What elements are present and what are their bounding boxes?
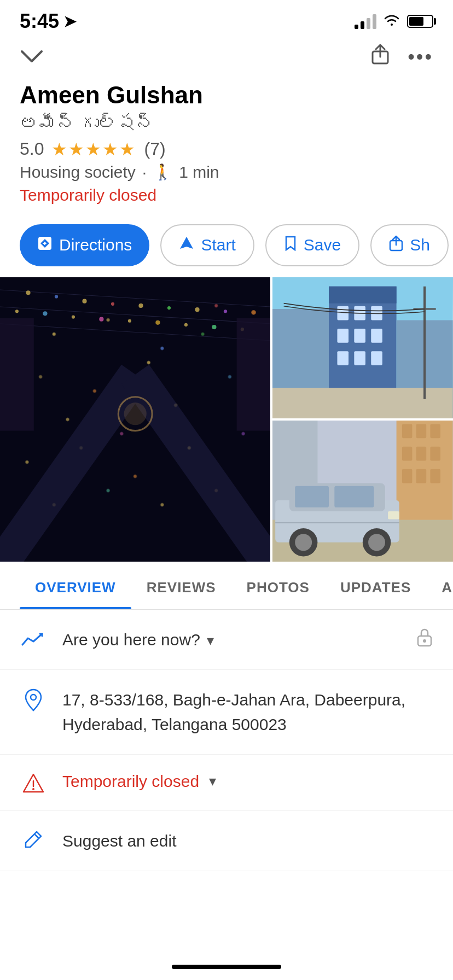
rating-row: 5.0 ★★★★★ (7) bbox=[20, 139, 433, 160]
photo-bottom-right[interactable] bbox=[272, 421, 453, 562]
svg-line-6 bbox=[0, 307, 270, 324]
review-count[interactable]: (7) bbox=[144, 139, 165, 159]
temp-closed-row[interactable]: Temporarily closed ▾ bbox=[0, 755, 453, 811]
svg-point-22 bbox=[155, 320, 160, 325]
svg-point-24 bbox=[212, 325, 216, 329]
star-rating: ★★★★★ bbox=[51, 139, 136, 160]
svg-point-16 bbox=[251, 310, 255, 314]
svg-rect-58 bbox=[431, 469, 441, 483]
photo-right-column[interactable] bbox=[272, 277, 453, 562]
temporarily-closed-badge: Temporarily closed bbox=[20, 186, 433, 205]
photo-main[interactable] bbox=[0, 277, 270, 562]
svg-point-11 bbox=[111, 302, 114, 306]
share-action-label: Sh bbox=[410, 236, 430, 254]
svg-rect-53 bbox=[402, 446, 413, 460]
share-button[interactable] bbox=[370, 44, 390, 70]
status-bar: 5:45 ➤ bbox=[0, 0, 453, 38]
svg-line-75 bbox=[34, 834, 39, 838]
svg-rect-63 bbox=[335, 486, 374, 508]
svg-rect-52 bbox=[431, 424, 441, 438]
save-button[interactable]: Save bbox=[265, 224, 359, 266]
share-action-icon bbox=[389, 235, 403, 255]
svg-rect-37 bbox=[355, 329, 366, 343]
svg-rect-57 bbox=[416, 469, 427, 483]
directions-label: Directions bbox=[59, 236, 132, 254]
tabs-row: OVERVIEW REVIEWS PHOTOS UPDATES AB bbox=[0, 566, 453, 610]
battery-icon bbox=[407, 15, 433, 28]
svg-point-21 bbox=[128, 319, 131, 322]
action-buttons-row: Directions Start Save Sh bbox=[0, 215, 453, 277]
trending-icon bbox=[20, 632, 47, 648]
svg-point-10 bbox=[82, 299, 86, 303]
svg-rect-56 bbox=[402, 469, 413, 483]
svg-point-13 bbox=[167, 306, 171, 310]
svg-rect-55 bbox=[431, 446, 441, 460]
temp-closed-chevron: ▾ bbox=[209, 773, 216, 790]
svg-point-15 bbox=[224, 310, 227, 313]
location-arrow-icon: ➤ bbox=[63, 13, 76, 31]
directions-icon bbox=[37, 236, 53, 255]
are-you-here-row[interactable]: Are you here now? ▾ bbox=[0, 610, 453, 670]
home-indicator bbox=[0, 954, 453, 980]
photos-grid[interactable] bbox=[0, 277, 453, 562]
rating-number: 5.0 bbox=[20, 139, 44, 159]
top-nav: ••• bbox=[0, 38, 453, 81]
address-row[interactable]: 17, 8-533/168, Bagh-e-Jahan Ara, Dabeerp… bbox=[0, 670, 453, 755]
tab-about[interactable]: AB bbox=[426, 566, 453, 609]
place-name-local: అమీన్ గుల్షన్ bbox=[20, 112, 433, 133]
category-label: Housing society bbox=[20, 163, 136, 182]
bookmark-icon bbox=[284, 236, 297, 255]
walk-time: 1 min bbox=[179, 163, 219, 182]
start-button[interactable]: Start bbox=[160, 224, 254, 266]
home-bar bbox=[172, 965, 281, 969]
directions-button[interactable]: Directions bbox=[20, 224, 149, 266]
address-text: 17, 8-533/168, Bagh-e-Jahan Ara, Dabeerp… bbox=[62, 691, 405, 733]
temp-closed-text: Temporarily closed ▾ bbox=[62, 772, 433, 791]
svg-point-72 bbox=[31, 695, 36, 700]
collapse-button[interactable] bbox=[20, 45, 44, 69]
svg-rect-62 bbox=[295, 486, 329, 508]
start-label: Start bbox=[201, 236, 235, 254]
svg-point-20 bbox=[99, 317, 103, 321]
photo-top-right[interactable] bbox=[272, 277, 453, 418]
svg-rect-39 bbox=[338, 351, 349, 365]
svg-point-12 bbox=[138, 304, 143, 308]
svg-rect-50 bbox=[402, 424, 413, 438]
status-icons bbox=[355, 13, 433, 30]
tab-reviews[interactable]: REVIEWS bbox=[131, 566, 231, 609]
location-pin-icon bbox=[20, 689, 47, 711]
svg-point-67 bbox=[369, 534, 386, 551]
svg-point-8 bbox=[26, 290, 30, 295]
are-you-here-chevron: ▾ bbox=[207, 632, 214, 649]
svg-point-14 bbox=[195, 307, 199, 312]
place-name: Ameen Gulshan bbox=[20, 81, 433, 110]
svg-point-9 bbox=[55, 295, 58, 298]
walk-icon: 🚶 bbox=[153, 163, 172, 181]
tab-photos[interactable]: PHOTOS bbox=[231, 566, 325, 609]
place-meta: Housing society · 🚶 1 min bbox=[20, 163, 433, 182]
lock-icon bbox=[416, 627, 433, 651]
svg-point-71 bbox=[423, 639, 426, 643]
suggest-edit-text: Suggest an edit bbox=[62, 832, 177, 850]
more-options-button[interactable]: ••• bbox=[408, 45, 433, 68]
svg-rect-51 bbox=[416, 424, 427, 438]
share-action-button[interactable]: Sh bbox=[370, 224, 449, 266]
svg-point-18 bbox=[43, 311, 47, 316]
start-icon bbox=[179, 236, 194, 255]
signal-icon bbox=[355, 14, 376, 29]
svg-point-19 bbox=[72, 315, 75, 318]
wifi-icon bbox=[384, 13, 399, 30]
warning-icon bbox=[20, 773, 47, 793]
info-section: Are you here now? ▾ 17, 8-533/168, Bagh-… bbox=[0, 610, 453, 871]
svg-rect-35 bbox=[371, 306, 383, 320]
save-label: Save bbox=[304, 236, 341, 254]
svg-line-5 bbox=[0, 290, 270, 307]
svg-rect-26 bbox=[0, 318, 34, 430]
tab-overview[interactable]: OVERVIEW bbox=[20, 566, 131, 609]
edit-icon bbox=[20, 830, 47, 849]
suggest-edit-row[interactable]: Suggest an edit bbox=[0, 811, 453, 871]
svg-rect-32 bbox=[329, 287, 397, 304]
tab-updates[interactable]: UPDATES bbox=[325, 566, 426, 609]
svg-rect-40 bbox=[355, 351, 366, 365]
are-you-here-text: Are you here now? bbox=[62, 631, 200, 649]
